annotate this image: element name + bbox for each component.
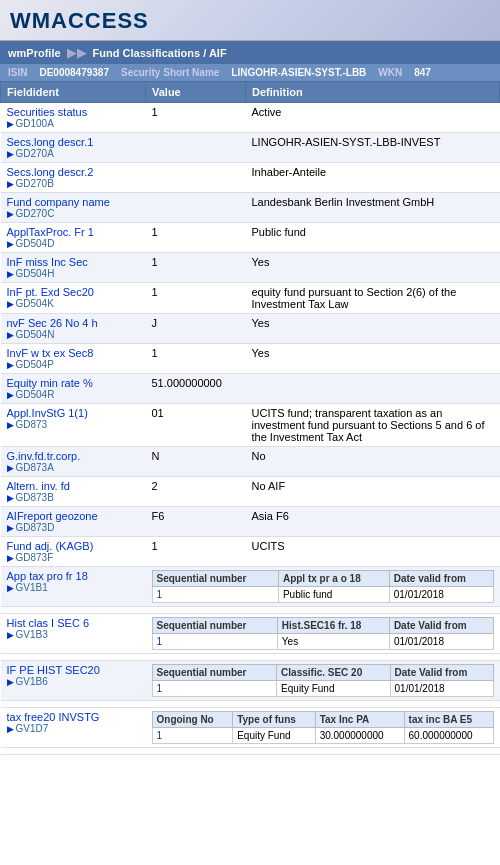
- spacer-row: [1, 654, 500, 661]
- sub-field-link[interactable]: tax free20 INVSTG: [7, 711, 140, 723]
- arrow-icon: ▶: [7, 149, 14, 159]
- value-cell: J: [146, 314, 246, 344]
- sub-section-row: App tax pro fr 18 ▶ GV1B1 Sequential num…: [1, 567, 500, 607]
- sub-field-code: GV1B1: [16, 582, 48, 593]
- table-row: Appl.InvStG 1(1) ▶ GD873 01UCITS fund; t…: [1, 404, 500, 447]
- sub-table-header: Date valid from: [389, 571, 493, 587]
- sub-field-sub: ▶ GV1B3: [7, 629, 140, 640]
- sub-section-row: Hist clas I SEC 6 ▶ GV1B3 Sequential num…: [1, 614, 500, 654]
- table-row: Secs.long descr.2 ▶ GD270B Inhaber-Antei…: [1, 163, 500, 193]
- sub-field-link[interactable]: Hist clas I SEC 6: [7, 617, 140, 629]
- field-link[interactable]: InF miss Inc Sec: [7, 256, 140, 268]
- sub-table-header: Sequential number: [152, 571, 278, 587]
- field-cell: Equity min rate % ▶ GD504R: [1, 374, 146, 404]
- sub-table-cell: Equity Fund: [233, 728, 315, 744]
- spacer-row: [1, 701, 500, 708]
- field-link[interactable]: InvF w tx ex Sec8: [7, 347, 140, 359]
- field-sub: ▶ GD504R: [7, 389, 140, 400]
- field-sub: ▶ GD504H: [7, 268, 140, 279]
- field-cell: AIFreport geozone ▶ GD873D: [1, 507, 146, 537]
- sub-table: Sequential numberAppl tx pr a o 18Date v…: [152, 570, 494, 603]
- arrow-icon: ▶: [7, 724, 14, 734]
- sub-field-cell: App tax pro fr 18 ▶ GV1B1: [1, 567, 146, 607]
- sub-table-cell: Sequential numberHist.SEC16 fr. 18Date V…: [146, 614, 500, 654]
- field-link[interactable]: Fund adj. (KAGB): [7, 540, 140, 552]
- definition-cell: Active: [246, 103, 500, 133]
- field-link[interactable]: Fund company name: [7, 196, 140, 208]
- field-sub: ▶ GD873B: [7, 492, 140, 503]
- field-cell: Altern. inv. fd ▶ GD873B: [1, 477, 146, 507]
- arrow-icon: ▶: [7, 493, 14, 503]
- field-sub: ▶ GD100A: [7, 118, 140, 129]
- sub-section-row: tax free20 INVSTG ▶ GV1D7 Ongoing NoType…: [1, 708, 500, 748]
- table-row: G.inv.fd.tr.corp. ▶ GD873A NNo: [1, 447, 500, 477]
- sub-table-header: Classific. SEC 20: [277, 665, 390, 681]
- field-code: GD270C: [16, 208, 55, 219]
- value-cell: 1: [146, 344, 246, 374]
- field-link[interactable]: InF pt. Exd Sec20: [7, 286, 140, 298]
- sub-table-header: Type of funs: [233, 712, 315, 728]
- nav-home[interactable]: wmProfile: [8, 47, 61, 59]
- field-sub: ▶ GD504P: [7, 359, 140, 370]
- field-cell: Securities status ▶ GD100A: [1, 103, 146, 133]
- sub-table-cell: 01/01/2018: [389, 634, 493, 650]
- field-code: GD504P: [16, 359, 54, 370]
- sub-table-header: Sequential number: [152, 665, 277, 681]
- field-sub: ▶ GD873A: [7, 462, 140, 473]
- field-code: GD873B: [16, 492, 54, 503]
- field-code: GD100A: [16, 118, 54, 129]
- sub-field-code: GV1B3: [16, 629, 48, 640]
- field-code: GD504K: [16, 298, 54, 309]
- sub-table-cell: 01/01/2018: [389, 587, 493, 603]
- value-cell: 1: [146, 283, 246, 314]
- table-row: InF pt. Exd Sec20 ▶ GD504K 1equity fund …: [1, 283, 500, 314]
- definition-cell: equity fund pursuant to Section 2(6) of …: [246, 283, 500, 314]
- field-link[interactable]: Altern. inv. fd: [7, 480, 140, 492]
- definition-cell: UCITS fund; transparent taxation as an i…: [246, 404, 500, 447]
- sub-table: Sequential numberClassific. SEC 20Date V…: [152, 664, 494, 697]
- field-link[interactable]: nvF Sec 26 No 4 h: [7, 317, 140, 329]
- sub-section-row: IF PE HIST SEC20 ▶ GV1B6 Sequential numb…: [1, 661, 500, 701]
- field-sub: ▶ GD873F: [7, 552, 140, 563]
- value-cell: 2: [146, 477, 246, 507]
- sub-field-link[interactable]: App tax pro fr 18: [7, 570, 140, 582]
- arrow-icon: ▶: [7, 420, 14, 430]
- value-cell: 1: [146, 537, 246, 567]
- field-link[interactable]: Securities status: [7, 106, 140, 118]
- app-title: WMACCESS: [10, 8, 490, 34]
- sub-table-cell: Ongoing NoType of funsTax Inc PAtax inc …: [146, 708, 500, 748]
- field-link[interactable]: Secs.long descr.2: [7, 166, 140, 178]
- definition-cell: Yes: [246, 314, 500, 344]
- definition-cell: LINGOHR-ASIEN-SYST.-LBB-INVEST: [246, 133, 500, 163]
- sub-field-link[interactable]: IF PE HIST SEC20: [7, 664, 140, 676]
- sub-field-cell: tax free20 INVSTG ▶ GV1D7: [1, 708, 146, 748]
- field-cell: G.inv.fd.tr.corp. ▶ GD873A: [1, 447, 146, 477]
- value-cell: 1: [146, 103, 246, 133]
- definition-cell: Yes: [246, 344, 500, 374]
- table-row: Fund company name ▶ GD270C Landesbank Be…: [1, 193, 500, 223]
- field-link[interactable]: AIFreport geozone: [7, 510, 140, 522]
- table-row: InvF w tx ex Sec8 ▶ GD504P 1Yes: [1, 344, 500, 374]
- field-link[interactable]: G.inv.fd.tr.corp.: [7, 450, 140, 462]
- field-link[interactable]: Equity min rate %: [7, 377, 140, 389]
- value-cell: [146, 133, 246, 163]
- field-link[interactable]: Appl.InvStG 1(1): [7, 407, 140, 419]
- field-link[interactable]: ApplTaxProc. Fr 1: [7, 226, 140, 238]
- header: WMACCESS: [0, 0, 500, 41]
- value-cell: F6: [146, 507, 246, 537]
- table-row: Securities status ▶ GD100A 1Active: [1, 103, 500, 133]
- definition-cell: [246, 374, 500, 404]
- table-row: Altern. inv. fd ▶ GD873B 2No AIF: [1, 477, 500, 507]
- sub-table-cell: 60.000000000: [404, 728, 493, 744]
- isin-value: DE0008479387: [39, 67, 109, 78]
- field-link[interactable]: Secs.long descr.1: [7, 136, 140, 148]
- arrow-icon: ▶: [7, 583, 14, 593]
- value-cell: 1: [146, 223, 246, 253]
- value-cell: [146, 193, 246, 223]
- info-bar: ISIN DE0008479387 Security Short Name LI…: [0, 64, 500, 81]
- table-row: ApplTaxProc. Fr 1 ▶ GD504D 1Public fund: [1, 223, 500, 253]
- sub-table-cell: 30.000000000: [315, 728, 404, 744]
- sub-field-code: GV1B6: [16, 676, 48, 687]
- field-sub: ▶ GD504D: [7, 238, 140, 249]
- sub-table-cell: Sequential numberAppl tx pr a o 18Date v…: [146, 567, 500, 607]
